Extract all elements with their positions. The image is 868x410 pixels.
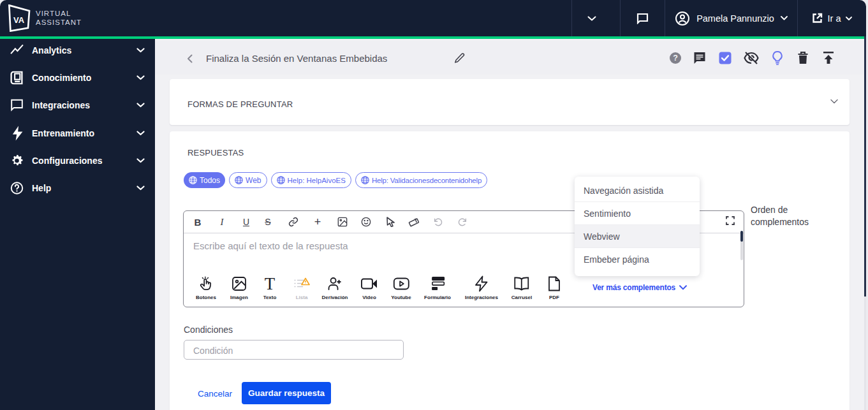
svg-text:?: ? <box>673 54 678 62</box>
svg-text:VA: VA <box>13 15 25 25</box>
